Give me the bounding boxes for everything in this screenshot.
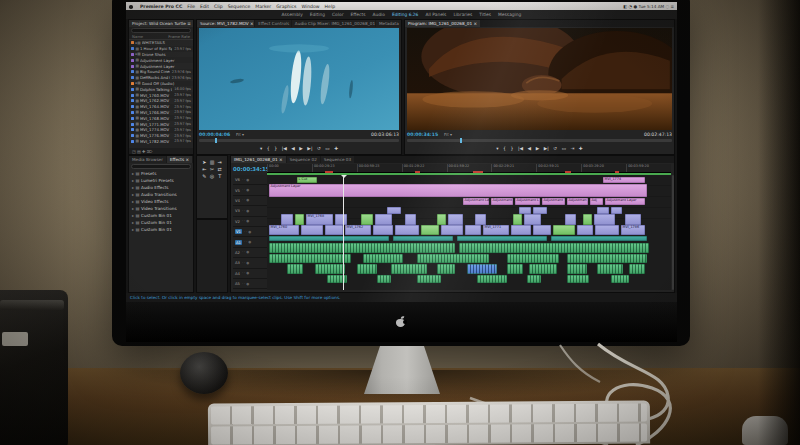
- photo-scene: Premiere Pro CCFileEditClipSequenceMarke…: [0, 0, 800, 445]
- white-cables: [0, 0, 800, 445]
- right-edge-shadow: [758, 0, 800, 445]
- apple-keyboard: [208, 400, 650, 445]
